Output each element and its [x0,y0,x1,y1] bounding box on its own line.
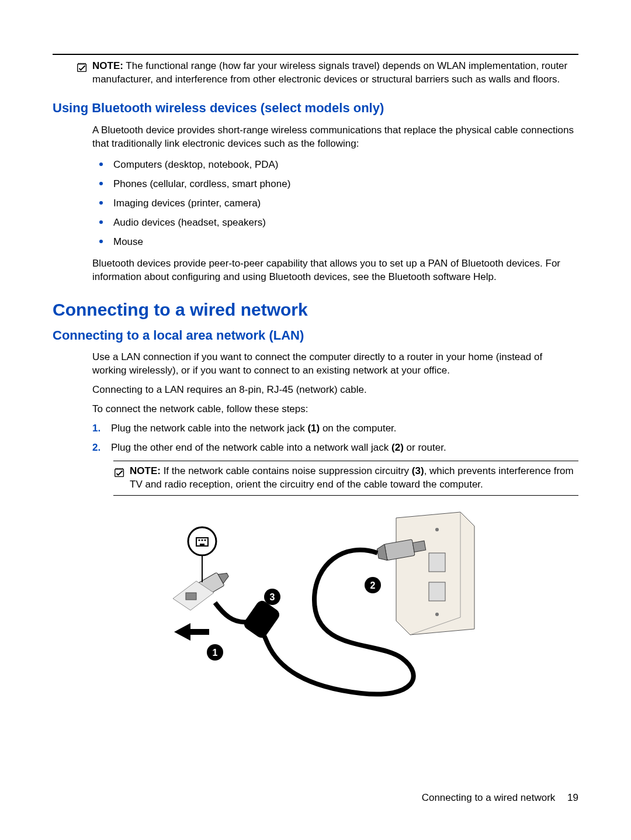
lan-p3: To connect the network cable, follow the… [92,403,578,416]
svg-point-18 [188,527,216,555]
step-text: Plug the network cable into the network … [111,422,397,435]
bluetooth-intro: A Bluetooth device provides short-range … [92,124,578,151]
list-item: Phones (cellular, cordless, smart phone) [92,178,578,191]
list-text: Imaging devices (printer, camera) [113,197,261,210]
note-body: The functional range (how far your wirel… [92,60,567,85]
svg-point-5 [435,613,439,616]
page-footer: Connecting to a wired network 19 [422,791,578,805]
list-item: Computers (desktop, notebook, PDA) [92,158,578,172]
svg-text:2: 2 [370,580,376,590]
bullet-icon [99,163,103,166]
note-text: NOTE: If the network cable contains nois… [130,465,578,492]
svg-rect-23 [200,544,204,547]
lan-section: Use a LAN connection if you want to conn… [92,351,578,699]
svg-rect-7 [412,541,425,552]
heading-bluetooth: Using Bluetooth wireless devices (select… [53,99,578,117]
heading-wired: Connecting to a wired network [53,298,578,322]
step-number: 2. [92,441,111,455]
note-label: NOTE: [92,60,123,71]
footer-page: 19 [567,792,578,803]
note-label: NOTE: [130,465,161,476]
heading-lan: Connecting to a local area network (LAN) [53,327,578,344]
svg-rect-24 [186,593,196,600]
list-text: Phones (cellular, cordless, smart phone) [113,178,290,191]
bullet-icon [99,182,103,185]
svg-point-20 [198,539,200,541]
note-functional-range: NOTE: The functional range (how far your… [76,60,578,87]
bluetooth-list: Computers (desktop, notebook, PDA) Phone… [92,158,578,249]
step-2: 2. Plug the other end of the network cab… [92,441,578,455]
svg-point-22 [204,539,206,541]
step-text: Plug the other end of the network cable … [111,441,446,455]
document-page: NOTE: The functional range (how far your… [0,0,631,840]
list-text: Computers (desktop, notebook, PDA) [113,158,279,172]
svg-rect-0 [78,64,86,72]
step-number: 1. [92,422,111,435]
bluetooth-outro: Bluetooth devices provide peer-to-peer c… [92,257,578,284]
svg-text:1: 1 [213,648,218,658]
lan-p2: Connecting to a LAN requires an 8-pin, R… [92,383,578,397]
lan-steps: 1. Plug the network cable into the netwo… [92,422,578,455]
footer-title: Connecting to a wired network [422,792,556,803]
svg-rect-3 [429,553,445,572]
note-icon [113,466,126,483]
list-text: Mouse [113,236,143,249]
list-item: Audio devices (headset, speakers) [92,216,578,230]
note-noise-suppression: NOTE: If the network cable contains nois… [113,461,578,496]
list-item: Imaging devices (printer, camera) [92,197,578,210]
bullet-icon [99,240,103,243]
top-rule [53,54,578,55]
svg-text:3: 3 [270,592,275,602]
svg-point-21 [201,539,203,541]
bluetooth-section: A Bluetooth device provides short-range … [92,124,578,284]
svg-rect-10 [242,599,282,640]
figure-lan-cable: 2 3 [168,506,495,699]
step-1: 1. Plug the network cable into the netwo… [92,422,578,435]
note-icon [76,61,89,78]
list-item: Mouse [92,236,578,249]
lan-p1: Use a LAN connection if you want to conn… [92,351,578,378]
svg-point-2 [435,528,439,531]
bullet-icon [99,220,103,224]
svg-rect-4 [429,582,445,601]
bullet-icon [99,201,103,205]
list-text: Audio devices (headset, speakers) [113,216,266,230]
svg-rect-1 [115,469,124,476]
note-text: NOTE: The functional range (how far your… [92,60,578,87]
